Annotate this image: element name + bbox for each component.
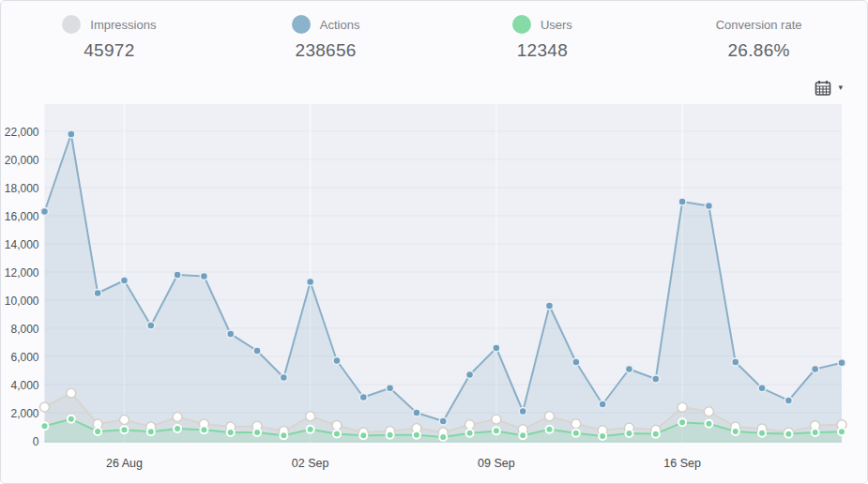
users-data-point bbox=[705, 420, 712, 428]
users-data-point bbox=[439, 433, 447, 441]
users-data-point bbox=[94, 428, 101, 435]
impressions-data-point bbox=[40, 402, 50, 412]
actions-data-point bbox=[599, 401, 606, 408]
actions-data-point bbox=[519, 408, 526, 416]
actions-legend-dot bbox=[292, 15, 311, 34]
analytics-card: Impressions 45972 Actions 238656 Users 1… bbox=[0, 0, 868, 484]
chart-toolbar: ▾ bbox=[1, 71, 867, 104]
actions-data-point bbox=[546, 302, 554, 310]
users-data-point bbox=[784, 431, 792, 438]
actions-data-point bbox=[68, 130, 75, 138]
impressions-data-point bbox=[492, 415, 501, 424]
impressions-data-point bbox=[465, 420, 475, 430]
stat-actions: Actions 238656 bbox=[218, 1, 434, 71]
stat-label: Conversion rate bbox=[716, 18, 802, 32]
y-axis-tick-label: 22,000 bbox=[5, 126, 39, 139]
users-data-point bbox=[307, 426, 314, 433]
users-data-point bbox=[758, 430, 766, 437]
impressions-data-point bbox=[119, 416, 129, 425]
actions-data-point bbox=[652, 375, 660, 383]
users-data-point bbox=[413, 431, 420, 439]
actions-data-point bbox=[812, 366, 819, 373]
stat-label: Users bbox=[541, 18, 572, 32]
impressions-data-point bbox=[571, 419, 581, 429]
actions-data-point bbox=[333, 357, 341, 365]
y-axis-tick-label: 12,000 bbox=[5, 266, 39, 280]
users-data-point bbox=[120, 426, 128, 433]
chart-canvas: 02,0004,0006,0008,00010,00012,00014,0001… bbox=[1, 104, 867, 483]
users-data-point bbox=[333, 431, 341, 438]
impressions-data-point bbox=[332, 421, 342, 431]
users-data-point bbox=[359, 431, 367, 439]
impressions-data-point bbox=[173, 413, 182, 422]
stat-label: Impressions bbox=[90, 18, 156, 32]
users-data-point bbox=[599, 432, 606, 440]
actions-data-point bbox=[94, 290, 101, 297]
actions-data-point bbox=[413, 409, 420, 416]
users-data-point bbox=[572, 430, 580, 437]
users-data-point bbox=[174, 425, 181, 432]
stat-label: Actions bbox=[320, 18, 360, 32]
y-axis-tick-label: 8,000 bbox=[10, 323, 38, 336]
actions-data-point bbox=[678, 198, 686, 205]
y-axis-tick-label: 16,000 bbox=[5, 210, 39, 223]
impressions-data-point bbox=[704, 407, 713, 416]
actions-data-point bbox=[227, 330, 235, 338]
y-axis-tick-label: 0 bbox=[33, 435, 39, 448]
actions-data-point bbox=[359, 394, 367, 401]
impressions-data-point bbox=[306, 412, 315, 421]
users-data-point bbox=[227, 429, 235, 436]
actions-data-point bbox=[387, 385, 394, 392]
stat-value: 26.86% bbox=[728, 40, 790, 61]
users-data-point bbox=[678, 418, 686, 426]
users-data-point bbox=[519, 431, 526, 439]
stat-value: 12348 bbox=[517, 40, 568, 61]
users-data-point bbox=[253, 429, 261, 436]
actions-data-point bbox=[625, 366, 632, 373]
actions-data-point bbox=[439, 417, 447, 425]
actions-data-point bbox=[493, 344, 500, 352]
impressions-data-point bbox=[67, 388, 76, 398]
users-data-point bbox=[387, 431, 394, 439]
actions-data-point bbox=[705, 203, 712, 210]
users-data-point bbox=[147, 428, 155, 435]
users-data-point bbox=[493, 427, 500, 434]
actions-data-point bbox=[41, 208, 49, 216]
users-data-point bbox=[466, 430, 474, 437]
x-axis-tick-label: 26 Aug bbox=[106, 457, 143, 470]
users-data-point bbox=[652, 431, 660, 438]
users-data-point bbox=[41, 422, 49, 430]
users-legend-dot bbox=[512, 15, 531, 34]
y-axis-tick-label: 18,000 bbox=[5, 182, 39, 195]
stat-users: Users 12348 bbox=[434, 1, 651, 71]
actions-data-point bbox=[307, 279, 314, 286]
y-axis-tick-label: 20,000 bbox=[5, 154, 39, 167]
actions-data-point bbox=[147, 322, 155, 329]
actions-data-point bbox=[280, 374, 287, 382]
actions-data-point bbox=[784, 397, 792, 404]
stat-conversion-rate: Conversion rate 26.86% bbox=[650, 1, 867, 71]
actions-data-point bbox=[572, 358, 580, 366]
users-data-point bbox=[812, 429, 819, 436]
x-axis-tick-label: 16 Sep bbox=[663, 457, 701, 470]
traffic-chart: 02,0004,0006,0008,00010,00012,00014,0001… bbox=[1, 104, 867, 483]
users-data-point bbox=[838, 428, 845, 435]
y-axis-tick-label: 14,000 bbox=[5, 238, 39, 251]
impressions-legend-dot bbox=[62, 15, 81, 34]
stat-impressions: Impressions 45972 bbox=[1, 1, 218, 71]
y-axis-tick-label: 10,000 bbox=[5, 295, 39, 308]
y-axis-tick-label: 2,000 bbox=[10, 407, 38, 420]
actions-data-point bbox=[174, 271, 181, 279]
users-data-point bbox=[280, 431, 287, 439]
date-range-picker-button[interactable]: ▾ bbox=[813, 78, 845, 98]
chevron-down-icon: ▾ bbox=[838, 83, 843, 92]
stat-value: 45972 bbox=[84, 40, 134, 61]
actions-data-point bbox=[732, 358, 739, 366]
x-axis-tick-label: 02 Sep bbox=[292, 457, 329, 470]
impressions-data-point bbox=[545, 412, 555, 421]
actions-data-point bbox=[466, 371, 474, 379]
actions-data-point bbox=[253, 347, 261, 355]
x-axis-tick-label: 09 Sep bbox=[478, 457, 515, 470]
users-data-point bbox=[68, 416, 75, 423]
y-axis-tick-label: 4,000 bbox=[10, 379, 38, 392]
